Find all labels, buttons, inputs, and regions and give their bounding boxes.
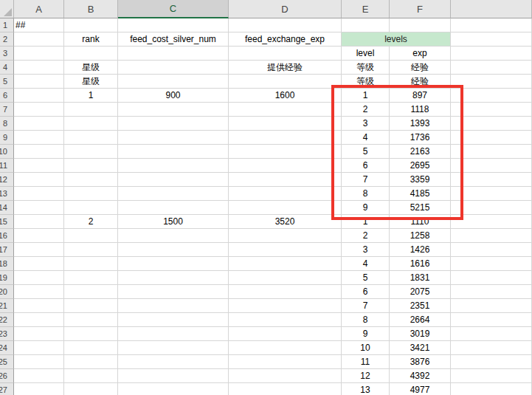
- cell-C17[interactable]: [118, 243, 229, 257]
- cell-C25[interactable]: [118, 355, 229, 369]
- cell-D20[interactable]: [229, 285, 342, 299]
- cell-G7[interactable]: [451, 103, 532, 117]
- cell-E16[interactable]: 2: [342, 229, 390, 243]
- column-header-F[interactable]: F: [390, 0, 451, 18]
- cell-E1[interactable]: [342, 18, 390, 32]
- cell-F19[interactable]: 1831: [390, 271, 451, 285]
- cell-B20[interactable]: [64, 285, 118, 299]
- cell-A5[interactable]: [14, 75, 64, 89]
- cell-C10[interactable]: [118, 145, 229, 159]
- cell-D1[interactable]: [229, 18, 342, 32]
- cell-C20[interactable]: [118, 285, 229, 299]
- cell-E20[interactable]: 6: [342, 285, 390, 299]
- cell-D21[interactable]: [229, 299, 342, 313]
- cell-D17[interactable]: [229, 243, 342, 257]
- cell-C13[interactable]: [118, 187, 229, 201]
- cell-G6[interactable]: [451, 89, 532, 103]
- row-header-16[interactable]: 16: [0, 229, 14, 243]
- row-header-22[interactable]: 22: [0, 313, 14, 327]
- cell-F20[interactable]: 2075: [390, 285, 451, 299]
- cell-D23[interactable]: [229, 327, 342, 341]
- cell-A25[interactable]: [14, 355, 64, 369]
- cell-D25[interactable]: [229, 355, 342, 369]
- cell-C8[interactable]: [118, 117, 229, 131]
- cell-E11[interactable]: 6: [342, 159, 390, 173]
- cell-D26[interactable]: [229, 369, 342, 383]
- cell-E22[interactable]: 8: [342, 313, 390, 327]
- cell-A12[interactable]: [14, 173, 64, 187]
- cell-C11[interactable]: [118, 159, 229, 173]
- cell-F16[interactable]: 1258: [390, 229, 451, 243]
- cell-E15[interactable]: 1: [342, 215, 390, 229]
- row-header-26[interactable]: 26: [0, 369, 14, 383]
- cell-G23[interactable]: [451, 327, 532, 341]
- cell-D2[interactable]: feed_exchange_exp: [229, 32, 342, 47]
- cell-F6[interactable]: 897: [390, 89, 451, 103]
- cell-D19[interactable]: [229, 271, 342, 285]
- cell-G9[interactable]: [451, 131, 532, 145]
- cell-B7[interactable]: [64, 103, 118, 117]
- column-header-C[interactable]: C: [118, 0, 229, 18]
- cell-B2[interactable]: rank: [64, 32, 118, 47]
- row-header-12[interactable]: 12: [0, 173, 14, 187]
- cell-A14[interactable]: [14, 201, 64, 215]
- cell-F7[interactable]: 1118: [390, 103, 451, 117]
- cell-A11[interactable]: [14, 159, 64, 173]
- cell-D14[interactable]: [229, 201, 342, 215]
- cell-E21[interactable]: 7: [342, 299, 390, 313]
- cell-D7[interactable]: [229, 103, 342, 117]
- cell-C3[interactable]: [118, 47, 229, 61]
- cell-D12[interactable]: [229, 173, 342, 187]
- cell-E19[interactable]: 5: [342, 271, 390, 285]
- cell-D24[interactable]: [229, 341, 342, 355]
- cell-E25[interactable]: 11: [342, 355, 390, 369]
- cell-C21[interactable]: [118, 299, 229, 313]
- cell-D9[interactable]: [229, 131, 342, 145]
- row-header-27[interactable]: 27: [0, 383, 14, 395]
- row-header-13[interactable]: 13: [0, 187, 14, 201]
- cell-F15[interactable]: 1110: [390, 215, 451, 229]
- cell-B18[interactable]: [64, 257, 118, 271]
- cell-G22[interactable]: [451, 313, 532, 327]
- cell-G24[interactable]: [451, 341, 532, 355]
- row-header-9[interactable]: 9: [0, 131, 14, 145]
- cell-E23[interactable]: 9: [342, 327, 390, 341]
- cell-C2[interactable]: feed_cost_silver_num: [118, 32, 229, 47]
- cell-E13[interactable]: 8: [342, 187, 390, 201]
- cell-C14[interactable]: [118, 201, 229, 215]
- cell-E6[interactable]: 1: [342, 89, 390, 103]
- cell-C6[interactable]: 900: [118, 89, 229, 103]
- cell-F13[interactable]: 4185: [390, 187, 451, 201]
- cell-B27[interactable]: [64, 383, 118, 395]
- cell-G15[interactable]: [451, 215, 532, 229]
- cell-G1[interactable]: [451, 18, 532, 32]
- merged-cell-E2:F2[interactable]: levels: [342, 32, 451, 47]
- cell-E5[interactable]: 等级: [342, 75, 390, 89]
- cell-C4[interactable]: [118, 61, 229, 75]
- cell-B13[interactable]: [64, 187, 118, 201]
- cell-B25[interactable]: [64, 355, 118, 369]
- cell-C12[interactable]: [118, 173, 229, 187]
- cell-F8[interactable]: 1393: [390, 117, 451, 131]
- cell-B1[interactable]: [64, 18, 118, 32]
- cell-F24[interactable]: 3421: [390, 341, 451, 355]
- cell-C22[interactable]: [118, 313, 229, 327]
- cell-B11[interactable]: [64, 159, 118, 173]
- cell-G18[interactable]: [451, 257, 532, 271]
- cell-A23[interactable]: [14, 327, 64, 341]
- cell-G16[interactable]: [451, 229, 532, 243]
- cell-A8[interactable]: [14, 117, 64, 131]
- cell-G17[interactable]: [451, 243, 532, 257]
- cell-B9[interactable]: [64, 131, 118, 145]
- cell-D18[interactable]: [229, 257, 342, 271]
- cell-E18[interactable]: 4: [342, 257, 390, 271]
- cell-E3[interactable]: level: [342, 47, 390, 61]
- cell-F18[interactable]: 1616: [390, 257, 451, 271]
- select-all-corner[interactable]: [0, 0, 14, 18]
- cell-G8[interactable]: [451, 117, 532, 131]
- cell-C26[interactable]: [118, 369, 229, 383]
- row-header-1[interactable]: 1: [0, 18, 14, 32]
- row-header-8[interactable]: 8: [0, 117, 14, 131]
- cell-D4[interactable]: 提供经验: [229, 61, 342, 75]
- cell-E27[interactable]: 13: [342, 383, 390, 395]
